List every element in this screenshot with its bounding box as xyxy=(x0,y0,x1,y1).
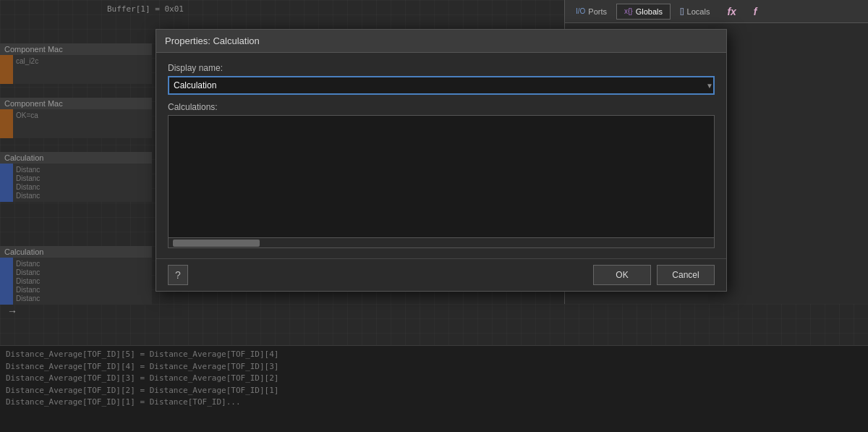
globals-icon: x{} xyxy=(624,7,633,15)
dialog-left-panel: Display name: ▼ Calculations: xyxy=(156,53,726,258)
display-name-field: Display name: ▼ xyxy=(168,63,715,95)
tab-globals[interactable]: x{} Globals xyxy=(616,4,671,20)
calc-scrollbar-thumb xyxy=(173,240,260,247)
properties-dialog: Properties: Calculation Display name: ▼ … xyxy=(156,29,727,292)
display-name-input[interactable] xyxy=(168,76,715,95)
calculations-field: Calculations: xyxy=(168,102,715,248)
tab-fx2[interactable]: f xyxy=(746,2,765,21)
tab-locals-label: Locals xyxy=(687,7,710,16)
dialog-content-area: Display name: ▼ Calculations: xyxy=(156,53,726,258)
calc-scrollbar[interactable] xyxy=(168,238,715,248)
locals-icon: [] xyxy=(680,7,684,15)
tab-fx1[interactable]: fx xyxy=(719,2,744,21)
tab-locals[interactable]: [] Locals xyxy=(672,4,718,20)
display-name-wrapper: ▼ xyxy=(168,76,715,95)
help-icon: ? xyxy=(175,269,181,281)
cancel-button[interactable]: Cancel xyxy=(657,265,715,285)
calculations-textarea[interactable] xyxy=(168,115,715,238)
ports-icon: I/O xyxy=(576,7,585,15)
dialog-bottom-bar: ? OK Cancel xyxy=(156,258,726,291)
dialog-title: Properties: Calculation xyxy=(165,35,260,46)
ok-button[interactable]: OK xyxy=(593,265,651,285)
right-panel-tabs: I/O Ports x{} Globals [] Locals fx f xyxy=(565,0,868,23)
tab-globals-label: Globals xyxy=(636,7,663,16)
calculations-label: Calculations: xyxy=(168,102,715,112)
tab-ports[interactable]: I/O Ports xyxy=(568,4,615,20)
dialog-titlebar: Properties: Calculation xyxy=(156,30,726,53)
display-name-label: Display name: xyxy=(168,63,715,73)
fx2-icon: f xyxy=(754,6,757,17)
dialog-action-buttons: OK Cancel xyxy=(593,265,715,285)
help-button[interactable]: ? xyxy=(168,265,188,285)
fx1-icon: fx xyxy=(727,6,736,17)
tab-ports-label: Ports xyxy=(588,7,607,16)
